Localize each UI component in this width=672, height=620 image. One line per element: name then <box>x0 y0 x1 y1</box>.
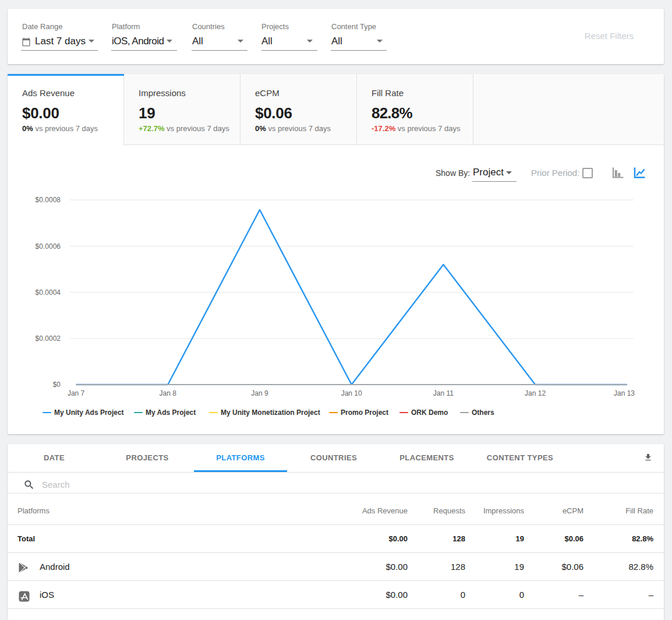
svg-text:Jan 10: Jan 10 <box>341 389 362 397</box>
svg-text:Jan 7: Jan 7 <box>68 389 85 397</box>
svg-text:Jan 8: Jan 8 <box>160 389 177 397</box>
svg-text:Jan 11: Jan 11 <box>433 389 454 397</box>
svg-text:$0.0002: $0.0002 <box>36 334 61 343</box>
svg-text:Jan 12: Jan 12 <box>525 389 546 397</box>
svg-text:$0.0004: $0.0004 <box>36 288 61 297</box>
svg-text:$0: $0 <box>53 381 61 389</box>
svg-text:$0.0008: $0.0008 <box>36 196 61 204</box>
svg-text:Jan 9: Jan 9 <box>251 389 268 397</box>
svg-text:Jan 13: Jan 13 <box>614 389 635 397</box>
svg-text:$0.0006: $0.0006 <box>36 242 61 251</box>
